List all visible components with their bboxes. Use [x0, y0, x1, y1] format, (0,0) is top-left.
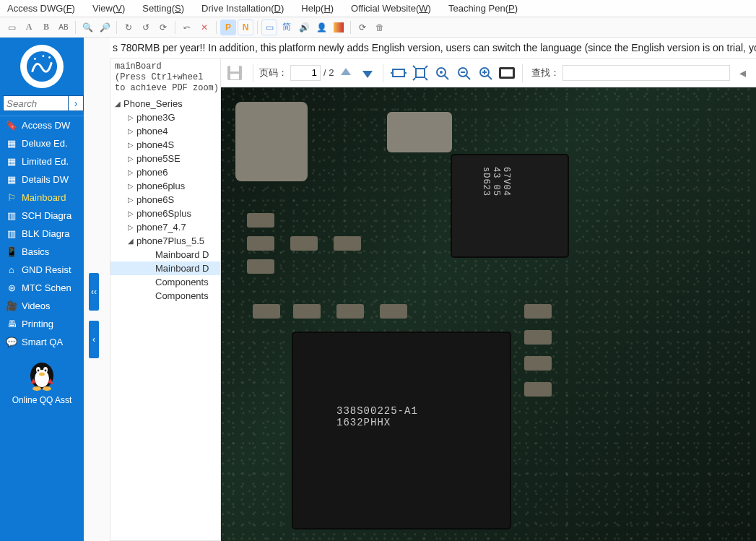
sidebar-item-printing[interactable]: 🖶Printing [0, 315, 84, 333]
mode-n-button[interactable]: N [238, 20, 253, 35]
sidebar-item-basics[interactable]: 📱Basics [0, 243, 84, 261]
svg-line-26 [487, 75, 492, 79]
menu-item[interactable]: Setting(S) [142, 3, 184, 14]
svg-point-21 [440, 71, 443, 74]
tree-twisty-icon: ▷ [128, 182, 135, 190]
zoom-in-icon[interactable]: 🔍 [79, 20, 95, 35]
page-total: / 2 [323, 67, 334, 78]
user-icon[interactable]: 👤 [313, 20, 329, 35]
zoom-reset-icon[interactable] [433, 64, 451, 82]
menu-item[interactable]: Teaching Pen(P) [448, 3, 518, 14]
sidebar-item-label: Printing [22, 319, 53, 329]
find-prev-icon[interactable]: ◂ [733, 64, 752, 82]
rect-icon[interactable]: ▭ [4, 20, 19, 35]
sidebar-item-blk-diagra[interactable]: ▥BLK Diagra [0, 225, 84, 243]
grid-icon: ▦ [6, 156, 17, 167]
sidebar-item-mainboard[interactable]: ⚐Mainboard [0, 189, 84, 207]
svg-rect-30 [501, 69, 513, 77]
font-a-button[interactable]: A [21, 20, 37, 35]
collapse-handle-single[interactable]: ‹ [89, 321, 99, 358]
video-icon: 🎥 [6, 300, 17, 311]
find-input[interactable] [562, 65, 730, 81]
cancel-icon[interactable]: ✕ [196, 20, 212, 35]
tree-node-label: phone7_4.7 [136, 222, 217, 233]
search-go-button[interactable]: › [68, 95, 84, 111]
menu-item[interactable]: Access DWG(F) [7, 3, 75, 14]
sidebar-item-sch-diagra[interactable]: ▥SCH Diagra [0, 207, 84, 225]
refresh-icon[interactable]: ⟳ [355, 20, 370, 35]
sound-icon[interactable]: 🔊 [296, 20, 312, 35]
save-icon[interactable] [222, 61, 247, 85]
undo-icon[interactable]: ⤺ [179, 20, 195, 35]
tree-node-label: phone4 [136, 126, 217, 137]
zoom-out-icon[interactable]: 🔎 [97, 20, 113, 35]
sidebar-item-gnd-resist[interactable]: ⌂GND Resist [0, 261, 84, 279]
tree-node-label: phone7Plus_5.5 [136, 235, 217, 246]
lang-button[interactable]: 简 [279, 20, 295, 35]
chip-marking: 338S00225-A1 1632PHHX [336, 405, 418, 428]
tree-node-label: phone6S [136, 194, 217, 205]
svg-rect-0 [334, 22, 344, 33]
menu-item[interactable]: Drive Installation(D) [201, 3, 284, 14]
page-down-icon[interactable] [358, 64, 377, 82]
fit-page-icon[interactable] [411, 64, 430, 82]
menu-bar: Access DWG(F) View(V) Setting(S) Drive I… [0, 0, 756, 17]
zoom-out-icon[interactable] [454, 64, 473, 82]
rotate-alt-icon[interactable]: ⟳ [155, 20, 171, 35]
menu-item[interactable]: View(V) [92, 3, 125, 14]
collapse-handle-double[interactable]: ‹‹ [89, 273, 99, 311]
tree-node[interactable]: Components [110, 289, 220, 303]
menu-item[interactable]: Official Website(W) [351, 3, 431, 14]
fullscreen-icon[interactable] [498, 64, 516, 82]
trash-icon[interactable]: 🗑 [372, 20, 388, 35]
font-ab-button[interactable]: AB [56, 20, 71, 35]
tree-twisty-icon: ▷ [128, 113, 135, 121]
tree-node[interactable]: ◢Phone_Series [110, 97, 220, 111]
tree-node[interactable]: ▷phone6plus [110, 179, 220, 193]
sidebar-item-smart-qa[interactable]: 💬Smart QA [0, 333, 84, 351]
svg-point-12 [32, 386, 41, 391]
sidebar-item-videos[interactable]: 🎥Videos [0, 297, 84, 315]
sidebar-item-deluxe-ed-[interactable]: ▦Deluxe Ed. [0, 134, 84, 152]
fit-width-icon[interactable] [389, 64, 408, 82]
menu-item[interactable]: Help(H) [301, 3, 334, 14]
mode-p-button[interactable]: P [220, 20, 236, 35]
gradient-icon[interactable] [331, 20, 347, 35]
sidebar-item-details-dw[interactable]: ▦Details DW [0, 170, 84, 189]
zoom-in-icon[interactable] [476, 64, 495, 82]
app-logo [20, 45, 64, 88]
tree-node[interactable]: ▷phone3G [110, 111, 220, 124]
tree-node[interactable]: ▷phone4S [110, 138, 220, 152]
search-input[interactable] [3, 95, 68, 111]
font-b-button[interactable]: B [38, 20, 54, 35]
svg-rect-18 [416, 69, 425, 77]
rotate-ccw-icon[interactable]: ↺ [138, 20, 154, 35]
tree-node[interactable]: ▷phone6S [110, 193, 220, 207]
tree-node[interactable]: ▷phone6Splus [110, 207, 220, 220]
sidebar: › 🔖Access DW▦Deluxe Ed.▦Limited Ed.▦Deta… [0, 38, 84, 541]
tree-node[interactable]: ▷phone7_4.7 [110, 220, 220, 234]
sidebar-item-access-dw[interactable]: 🔖Access DW [0, 116, 84, 134]
screen-icon[interactable]: ▭ [261, 20, 277, 35]
tree-node[interactable]: Mainboard D [110, 261, 220, 275]
tree-node-label: Mainboard D [155, 249, 217, 260]
pcb-image[interactable]: 338S00225-A1 1632PHHX 67V04 43 05 sD623 [221, 87, 756, 541]
svg-point-13 [43, 386, 51, 391]
page-up-icon[interactable] [336, 64, 355, 82]
tree-node[interactable]: ◢phone7Plus_5.5 [110, 234, 220, 248]
sidebar-item-label: Limited Ed. [22, 156, 69, 167]
tree-node[interactable]: Components [110, 275, 220, 289]
qq-penguin-icon[interactable] [0, 357, 84, 394]
chip-icon: ⌂ [6, 264, 17, 275]
svg-rect-17 [393, 69, 404, 77]
sidebar-item-limited-ed-[interactable]: ▦Limited Ed. [0, 152, 84, 170]
tree-node[interactable]: ▷phone5SE [110, 152, 220, 165]
sidebar-item-label: MTC Schen [22, 282, 71, 293]
tree-node[interactable]: ▷phone6 [110, 165, 220, 179]
sidebar-item-mtc-schen[interactable]: ⊛MTC Schen [0, 279, 84, 297]
tree-node[interactable]: Mainboard D [110, 248, 220, 261]
flag-icon: ⚐ [6, 192, 17, 203]
rotate-cw-icon[interactable]: ↻ [121, 20, 136, 35]
tree-node[interactable]: ▷phone4 [110, 124, 220, 138]
page-input[interactable] [290, 65, 321, 81]
